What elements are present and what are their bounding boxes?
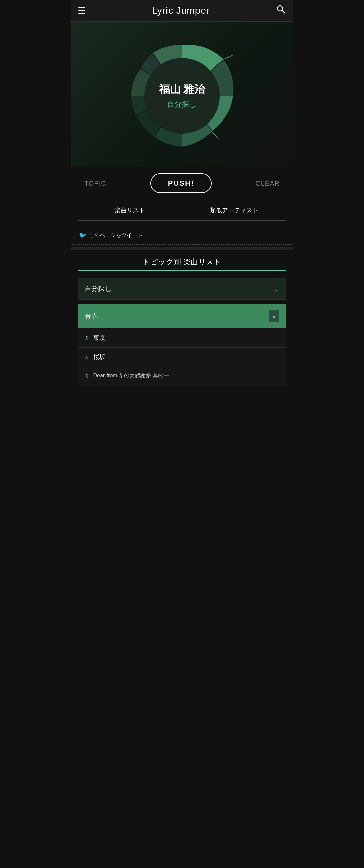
topic-group-header-seishun[interactable]: 青春 ▸ [78, 304, 286, 328]
topic-button[interactable]: TOPIC [84, 180, 107, 187]
menu-icon[interactable]: ☰ [78, 5, 86, 16]
topic-group-jibuntanshi: 自分探し ⌄ [78, 278, 286, 300]
section-divider [71, 247, 293, 250]
app-header: ☰ Lyric Jumper [71, 0, 293, 22]
topic-group-name-seishun: 青春 [85, 312, 98, 321]
svg-line-1 [282, 10, 285, 13]
tab-song-list[interactable]: 楽曲リスト [78, 200, 182, 220]
song-title-sakurazaka: 桜坂 [93, 353, 105, 361]
music-note-icon-3: ♫ [85, 372, 89, 379]
donut-chart: 福山 雅治 自分探し [118, 32, 246, 160]
topic-list-title: トピック別 楽曲リスト [78, 257, 286, 271]
chevron-right-icon: ▸ [269, 310, 279, 322]
tweet-link[interactable]: 🐦 このページをツイート [79, 232, 285, 239]
search-icon[interactable] [276, 4, 286, 17]
song-title-tokyo: 東京 [93, 334, 105, 342]
song-item-dear[interactable]: ♫ Dear from 冬の大感謝祭 其の一… [78, 367, 286, 385]
artist-name: 福山 雅治 [159, 82, 205, 97]
topic-songs-seishun: ♫ 東京 ♫ 桜坂 ♫ Dear from 冬の大感謝祭 其の一… [78, 328, 286, 385]
tab-similar-artists[interactable]: 類似アーティスト [182, 200, 286, 220]
song-title-dear: Dear from 冬の大感謝祭 其の一… [93, 372, 174, 379]
chevron-down-icon: ⌄ [274, 285, 279, 293]
topic-list-section: トピック別 楽曲リスト 自分探し ⌄ 青春 ▸ ♫ 東京 ♫ 桜坂 ♫ Dear… [71, 250, 293, 396]
topic-name: 自分探し [159, 99, 205, 109]
tab-bar: 楽曲リスト 類似アーティスト [78, 200, 286, 221]
music-note-icon: ♫ [85, 334, 89, 342]
topic-group-seishun: 青春 ▸ ♫ 東京 ♫ 桜坂 ♫ Dear from 冬の大感謝祭 其の一… [78, 304, 286, 385]
svg-line-4 [224, 55, 233, 59]
push-button[interactable]: PUSH! [150, 173, 212, 193]
twitter-icon: 🐦 [79, 232, 86, 239]
song-item-sakurazaka[interactable]: ♫ 桜坂 [78, 348, 286, 367]
chart-section: 福山 雅治 自分探し [71, 22, 293, 167]
topic-group-header-jibuntanshi[interactable]: 自分探し ⌄ [78, 278, 286, 299]
svg-line-5 [212, 132, 218, 139]
music-note-icon-2: ♫ [85, 354, 89, 361]
clear-button[interactable]: CLEAR [255, 180, 280, 187]
app-title: Lyric Jumper [152, 5, 210, 16]
chart-center: 福山 雅治 自分探し [159, 82, 205, 109]
action-bar: TOPIC PUSH! CLEAR [71, 167, 293, 200]
song-item-tokyo[interactable]: ♫ 東京 [78, 328, 286, 348]
tweet-section: 🐦 このページをツイート [71, 226, 293, 245]
topic-group-name-jibuntanshi: 自分探し [85, 284, 112, 293]
tweet-text: このページをツイート [89, 232, 143, 239]
